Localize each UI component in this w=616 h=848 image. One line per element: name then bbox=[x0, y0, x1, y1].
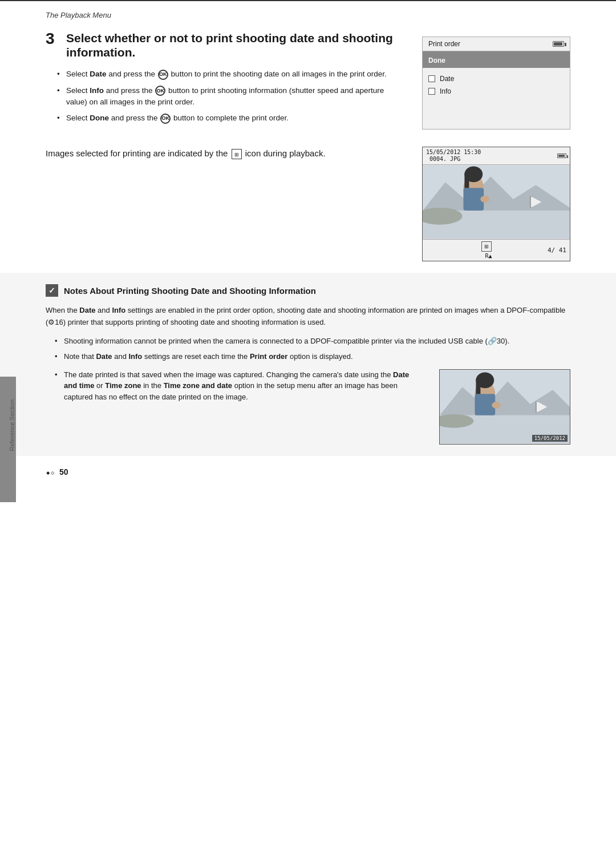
notes-bullet-list: Shooting information cannot be printed w… bbox=[46, 336, 570, 362]
svg-rect-21 bbox=[476, 379, 480, 395]
cam-print-icon: ⊞ bbox=[481, 241, 492, 252]
camera-playback-ui: 15/05/2012 15:30 0004. JPG bbox=[422, 147, 570, 261]
cam-battery-icon bbox=[557, 154, 566, 158]
notes-bold-date: Date bbox=[79, 306, 95, 314]
camera-ui-2: 15/05/2012 bbox=[439, 369, 570, 445]
bullet-done: Select Done and press the OK button to c… bbox=[57, 112, 405, 124]
footer-page-num: 50 bbox=[59, 467, 68, 477]
notes-bullet-3-list: The date printed is that saved when the … bbox=[46, 369, 422, 403]
reference-section-label: Reference Section bbox=[9, 399, 15, 451]
bold-done: Done bbox=[90, 114, 109, 122]
step3-section: 3 Select whether or not to print shootin… bbox=[46, 31, 570, 130]
nb-tz-date: Time zone and date bbox=[164, 381, 232, 390]
playback-section: Images selected for printing are indicat… bbox=[46, 147, 570, 261]
cam-icons: ⊞ R▲ bbox=[481, 241, 492, 259]
step3-text: 3 Select whether or not to print shootin… bbox=[46, 31, 405, 130]
notes-bottom: The date printed is that saved when the … bbox=[46, 369, 570, 445]
page-footer: ⬥⬦ 50 bbox=[0, 456, 616, 488]
notes-ref-16: ⚙16 bbox=[48, 318, 63, 326]
notes-bullet-1: Shooting information cannot be printed w… bbox=[55, 336, 570, 347]
top-border bbox=[0, 0, 616, 1]
notes-body: When the Date and Info settings are enab… bbox=[46, 305, 570, 329]
bold-info: Info bbox=[90, 86, 104, 95]
print-icon: ⊞ bbox=[232, 149, 242, 159]
ok-button-icon-3: OK bbox=[160, 114, 171, 124]
cam2-image: 15/05/2012 bbox=[440, 370, 570, 444]
playback-text2: icon during playback. bbox=[245, 148, 326, 158]
svg-point-11 bbox=[480, 196, 489, 203]
svg-rect-9 bbox=[464, 173, 469, 189]
cam-filename: 0004. JPG bbox=[426, 155, 481, 163]
bold-date: Date bbox=[90, 70, 106, 78]
nb-date: Date bbox=[96, 352, 112, 361]
nb-print-order: Print order bbox=[250, 352, 287, 361]
footer-symbol: ⬥⬦ bbox=[46, 467, 55, 477]
nb-time-zone: Time zone bbox=[105, 381, 141, 390]
cam2-datestamp: 15/05/2012 bbox=[532, 435, 568, 442]
notes-header: ✓ Notes About Printing Shooting Date and… bbox=[46, 284, 570, 297]
po-spacer-2 bbox=[423, 98, 570, 101]
notes-section: ✓ Notes About Printing Shooting Date and… bbox=[0, 273, 616, 456]
po-info-label: Info bbox=[440, 87, 451, 95]
nb-info: Info bbox=[128, 352, 142, 361]
po-date-row: Date bbox=[423, 72, 570, 85]
po-battery-fill bbox=[554, 42, 562, 46]
notes-bold-info: Info bbox=[112, 306, 125, 314]
cam-page-count: 4/ 41 bbox=[548, 247, 566, 254]
step3-title: Select whether or not to print shooting … bbox=[66, 31, 405, 59]
svg-point-23 bbox=[492, 402, 501, 409]
check-icon: ✓ bbox=[46, 284, 58, 297]
cam-image bbox=[423, 165, 570, 239]
step3-heading: 3 Select whether or not to print shootin… bbox=[46, 31, 405, 59]
bullet-info: Select Info and press the OK button to p… bbox=[57, 85, 405, 108]
notes-bottom-text-content: The date printed is that saved when the … bbox=[46, 369, 422, 445]
camera-scene-svg bbox=[423, 165, 570, 239]
notes-bullet-3: The date printed is that saved when the … bbox=[55, 369, 422, 403]
playback-text1: Images selected for printing are indicat… bbox=[46, 148, 228, 158]
notes-title: Notes About Printing Shooting Date and S… bbox=[64, 286, 316, 296]
page-header: The Playback Menu bbox=[0, 0, 616, 19]
po-spacer-1 bbox=[423, 68, 570, 72]
notes-bullet-2: Note that Date and Info settings are res… bbox=[55, 351, 570, 362]
usb-ref: 🔗30 bbox=[488, 337, 505, 345]
cam2-scene-svg bbox=[440, 370, 570, 444]
po-date-label: Date bbox=[440, 75, 454, 83]
ok-button-icon-1: OK bbox=[158, 70, 168, 80]
print-order-ui: Print order Done Date Info bbox=[422, 37, 570, 130]
playback-text: Images selected for printing are indicat… bbox=[46, 147, 405, 261]
cam-bottom-bar: ⊞ R▲ 4/ 41 bbox=[423, 239, 570, 261]
main-content: 3 Select whether or not to print shootin… bbox=[0, 19, 616, 261]
ok-button-icon-2: OK bbox=[155, 86, 165, 96]
bullet-date: Select Date and press the OK button to p… bbox=[57, 68, 405, 80]
po-done-row: Done bbox=[423, 53, 570, 68]
cam-topbar: 15/05/2012 15:30 0004. JPG bbox=[423, 147, 570, 165]
po-battery-icon bbox=[553, 41, 564, 47]
cam-battery-fill bbox=[558, 155, 565, 157]
po-info-checkbox bbox=[428, 88, 435, 95]
po-header: Print order bbox=[423, 37, 570, 51]
po-header-label: Print order bbox=[428, 40, 460, 48]
po-date-checkbox bbox=[428, 75, 435, 82]
cam-info: 15/05/2012 15:30 0004. JPG bbox=[426, 149, 481, 163]
step3-bullet-list: Select Date and press the OK button to p… bbox=[46, 68, 405, 124]
cam-datetime: 15/05/2012 15:30 bbox=[426, 149, 481, 155]
cam-raw-icon: R▲ bbox=[485, 253, 492, 259]
step-number: 3 bbox=[46, 31, 59, 47]
po-info-row: Info bbox=[423, 85, 570, 98]
header-title: The Playback Menu bbox=[46, 11, 111, 19]
